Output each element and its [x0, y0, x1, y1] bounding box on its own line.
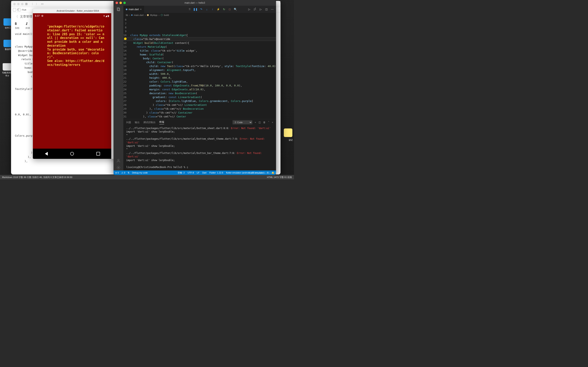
- tab-icon: [13, 8, 16, 11]
- status-errors[interactable]: ⊘ 0: [115, 171, 119, 174]
- stop-icon[interactable]: □: [228, 8, 232, 11]
- play-icon[interactable]: ▷: [259, 8, 263, 11]
- breadcrumb-back[interactable]: 〈: [15, 14, 18, 19]
- emulator-window: Android Emulator - flutter_emulator:5554…: [33, 8, 123, 159]
- desktop-background: 软件工 数据库 毛概演讲宣传.p 议记 ▥ 〈 〉 ▭ 🔒 edit C Flu…: [0, 0, 294, 179]
- drag-icon[interactable]: ⠿: [188, 8, 191, 11]
- error-text: 'package:flutter/src/widgets/container.d…: [47, 25, 106, 67]
- restart-icon[interactable]: ↻: [222, 8, 226, 11]
- safari-tab[interactable]: [13, 8, 16, 11]
- window-traffic-lights[interactable]: [116, 2, 126, 4]
- svg-point-2: [118, 159, 119, 161]
- vscode-window: main.dart — hello3 main.dart × ⠿: [113, 0, 276, 175]
- editor-tab[interactable]: main.dart ×: [123, 6, 144, 13]
- status-spaces[interactable]: 空格: 2: [178, 171, 185, 174]
- status-eol[interactable]: LF: [197, 171, 199, 174]
- home-button[interactable]: [70, 152, 74, 156]
- clock: 6:37: [35, 15, 40, 17]
- split-icon[interactable]: ◫: [265, 8, 268, 11]
- run-icon[interactable]: ▷: [247, 8, 251, 11]
- panel-tabs: 问题 输出 调试控制台 终端 2: Code + ◫ 🗑 ˄ ×: [123, 119, 276, 125]
- back-button[interactable]: [44, 152, 48, 156]
- status-encoding[interactable]: UTF-8: [188, 171, 194, 174]
- account-icon[interactable]: [116, 158, 121, 164]
- debug-icon[interactable]: ▷̊: [253, 8, 257, 11]
- safari-tab[interactable]: C: [17, 8, 21, 11]
- file-icon: [3, 63, 12, 71]
- trash-icon[interactable]: 🗑: [263, 121, 266, 124]
- panel-tab-output[interactable]: 输出: [135, 121, 140, 124]
- activity-bar: [113, 6, 123, 170]
- signal-icon: ◢: [105, 15, 107, 17]
- wifi-icon: ▾: [104, 15, 105, 17]
- svg-rect-1: [118, 8, 120, 11]
- sticky-note[interactable]: [284, 128, 292, 137]
- safari-tab[interactable]: Flutt: [22, 8, 26, 11]
- bold-button[interactable]: B加粗: [15, 21, 19, 30]
- more-icon[interactable]: ⋯: [270, 8, 274, 11]
- panel-tab-problems[interactable]: 问题: [126, 121, 131, 124]
- step-over-icon[interactable]: ↷: [199, 8, 203, 11]
- status-port[interactable]: ⇅: [128, 171, 130, 174]
- app-error-screen: 'package:flutter/src/widgets/container.d…: [33, 18, 111, 149]
- breadcrumb[interactable]: lib› main.dart› ⬢MyApp› ⬡build: [123, 13, 276, 17]
- android-status-bar: 6:37 ⚙ ▾ ◢ ▮: [33, 13, 111, 18]
- current-line-highlight: [123, 37, 276, 41]
- gear-icon: ⚙: [41, 15, 43, 17]
- hot-reload-icon[interactable]: ⚡: [216, 8, 220, 11]
- svg-rect-0: [117, 8, 119, 10]
- editor-tabs: main.dart × ⠿ ❚❚ ↷ ↓ ↑ ⚡ ↻ □ 🔍 ▷: [123, 6, 276, 13]
- panel-tab-debug[interactable]: 调试控制台: [143, 121, 156, 124]
- chevron-up-icon[interactable]: ˄: [268, 121, 269, 124]
- split-terminal-icon[interactable]: ◫: [259, 121, 261, 124]
- bookmark-icon[interactable]: ▭: [41, 2, 45, 6]
- svg-point-3: [118, 167, 119, 168]
- lightbulb-icon[interactable]: [124, 38, 127, 40]
- forward-icon[interactable]: 〉: [36, 2, 39, 6]
- emulator-titlebar: Android Emulator - flutter_emulator:5554…: [33, 8, 123, 13]
- sticky-label: 议记: [289, 139, 293, 142]
- panel-tab-terminal[interactable]: 终端: [159, 120, 164, 124]
- close-icon[interactable]: ×: [272, 121, 273, 124]
- vscode-titlebar: main.dart — hello3: [113, 0, 276, 6]
- close-icon[interactable]: ×: [140, 8, 142, 11]
- bottom-panel: 问题 输出 调试控制台 终端 2: Code + ◫ 🗑 ˄ ×: [123, 119, 276, 170]
- android-nav-bar: [33, 149, 111, 159]
- step-out-icon[interactable]: ↑: [211, 8, 214, 11]
- window-traffic-lights[interactable]: [13, 3, 24, 5]
- gear-icon[interactable]: [116, 165, 121, 170]
- line-numbers: 6789101112131415161718192021222324252627…: [123, 17, 129, 119]
- status-debug[interactable]: Debug my code: [132, 171, 148, 174]
- status-warnings[interactable]: ⚠ 0: [121, 171, 125, 174]
- code-editor[interactable]: 6789101112131415161718192021222324252627…: [123, 17, 276, 119]
- status-flutter[interactable]: Flutter: 1.22.6: [209, 171, 223, 174]
- back-icon[interactable]: 〈: [30, 2, 34, 6]
- breadcrumb-title: 文章管理: [20, 14, 32, 19]
- status-lang[interactable]: Dart: [202, 171, 207, 174]
- sidebar-icon[interactable]: ▥: [25, 2, 29, 6]
- explorer-icon[interactable]: [116, 7, 121, 12]
- pause-icon[interactable]: ❚❚: [194, 8, 197, 11]
- tab-icon: C: [17, 8, 21, 11]
- device-screen[interactable]: 6:37 ⚙ ▾ ◢ ▮ 'package:flutter/src/widget…: [33, 13, 111, 159]
- battery-icon: ▮: [108, 15, 109, 17]
- terminal-select[interactable]: 2: Code: [233, 120, 252, 124]
- new-terminal-icon[interactable]: +: [255, 121, 256, 124]
- terminal-output[interactable]: ../../flutter/packages/flutter/lib/src/m…: [123, 125, 276, 170]
- overview-button[interactable]: [96, 152, 100, 156]
- document-status-bar: Markdown 1518 字数 86 行数 当前行 46, 当前列 0 文章已…: [0, 175, 294, 179]
- inspect-icon[interactable]: 🔍: [233, 8, 237, 11]
- watermark: https://blog.csdn.net/CeciliaXinn: [249, 172, 278, 174]
- italic-button[interactable]: I斜体: [26, 21, 30, 30]
- step-into-icon[interactable]: ↓: [205, 8, 209, 11]
- code-content[interactable]: class MyApp extends StatelessWidget{ cla…: [129, 17, 276, 119]
- dart-file-icon: [126, 8, 127, 10]
